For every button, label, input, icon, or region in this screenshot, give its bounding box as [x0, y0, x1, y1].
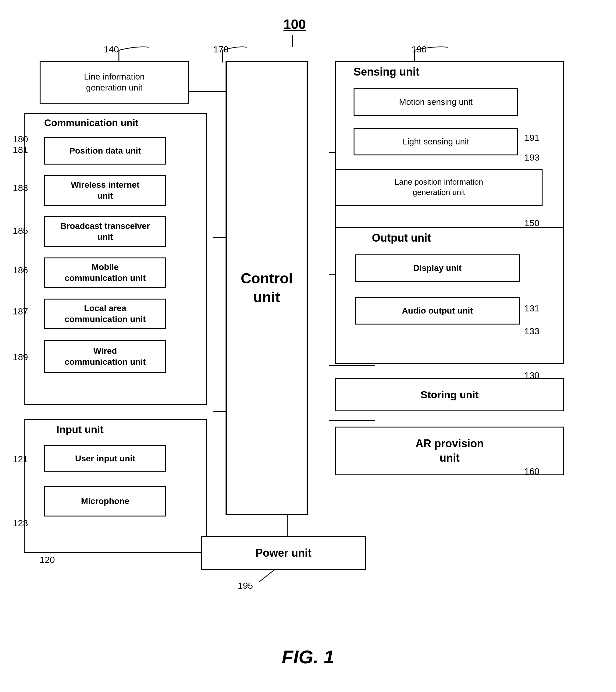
- label-140: 140: [104, 44, 119, 55]
- sensing-unit-label: Sensing unit: [354, 66, 419, 78]
- microphone-box: Microphone: [44, 486, 166, 517]
- display-unit-box: Display unit: [355, 255, 520, 282]
- label-133: 133: [524, 326, 539, 337]
- label-123: 123: [13, 518, 28, 528]
- label-181: 181: [13, 145, 28, 155]
- label-180: 180: [13, 134, 28, 145]
- position-data-box: Position data unit: [44, 137, 166, 165]
- label-190: 190: [411, 44, 427, 55]
- title-100: 100: [283, 17, 306, 32]
- label-193: 193: [524, 152, 539, 163]
- label-170: 170: [213, 44, 229, 55]
- broadcast-transceiver-box: Broadcast transceiver unit: [44, 216, 166, 247]
- label-191: 191: [524, 133, 539, 143]
- label-120: 120: [40, 555, 55, 565]
- light-sensing-box: Light sensing unit: [354, 128, 518, 155]
- label-186: 186: [13, 265, 28, 276]
- label-160: 160: [524, 466, 539, 477]
- motion-sensing-box: Motion sensing unit: [354, 88, 518, 116]
- diagram: 100 140 170 190 Line information generat…: [0, 0, 616, 692]
- lane-position-box: Lane position information generation uni…: [335, 169, 543, 206]
- svg-line-11: [259, 570, 274, 582]
- fig-caption: FIG. 1: [282, 646, 334, 668]
- label-195: 195: [238, 581, 253, 591]
- line-info-box: Line information generation unit: [40, 61, 189, 104]
- control-unit-box: Control unit: [226, 61, 308, 515]
- output-unit-label: Output unit: [372, 232, 431, 244]
- label-131: 131: [524, 303, 539, 313]
- label-121: 121: [13, 454, 28, 464]
- wireless-internet-box: Wireless internet unit: [44, 175, 166, 206]
- label-187: 187: [13, 306, 28, 317]
- communication-unit-label: Communication unit: [44, 117, 139, 129]
- mobile-communication-box: Mobile communication unit: [44, 258, 166, 288]
- wired-communication-box: Wired communication unit: [44, 340, 166, 373]
- label-150: 150: [524, 218, 539, 228]
- label-189: 189: [13, 352, 28, 362]
- input-unit-label: Input unit: [57, 424, 104, 435]
- label-183: 183: [13, 183, 28, 193]
- power-unit-box: Power unit: [201, 536, 366, 570]
- user-input-box: User input unit: [44, 445, 166, 472]
- audio-output-box: Audio output unit: [355, 297, 520, 325]
- label-185: 185: [13, 225, 28, 236]
- storing-unit-box: Storing unit: [335, 378, 564, 411]
- local-area-box: Local area communication unit: [44, 299, 166, 329]
- output-unit-outer: [335, 227, 564, 364]
